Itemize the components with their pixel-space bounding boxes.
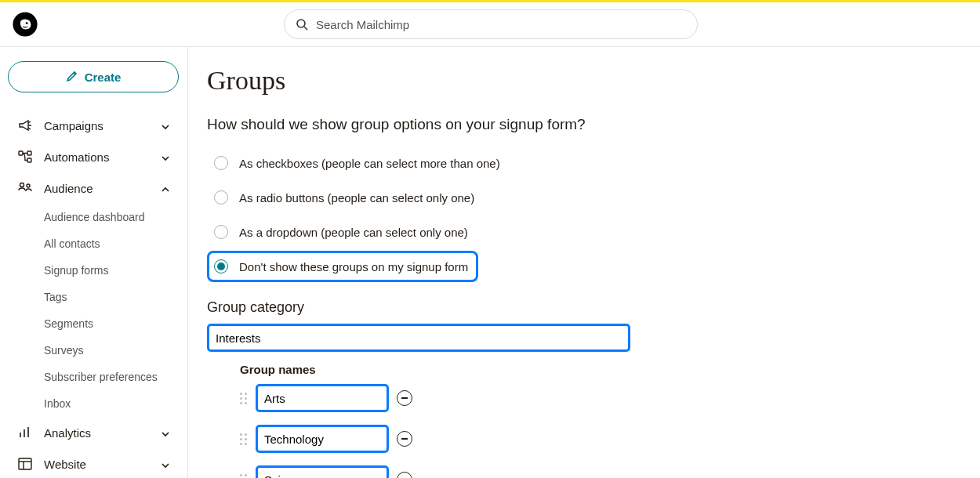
sub-item-signup-forms[interactable]: Signup forms <box>44 257 180 284</box>
layout: Create Campaigns Automations Audie <box>0 47 980 478</box>
radio-label: As checkboxes (people can select more th… <box>239 157 500 170</box>
pencil-icon <box>66 70 78 85</box>
create-label: Create <box>85 71 122 84</box>
radio-indicator <box>214 156 228 170</box>
sub-item-surveys[interactable]: Surveys <box>44 337 180 364</box>
sidebar-item-audience[interactable]: Audience <box>8 172 180 204</box>
radio-label: As a dropdown (people can select only on… <box>239 226 468 239</box>
sidebar-item-automations[interactable]: Automations <box>8 141 180 172</box>
group-name-row <box>240 425 961 453</box>
svg-point-1 <box>26 22 28 24</box>
radio-group: As checkboxes (people can select more th… <box>207 147 961 282</box>
create-button[interactable]: Create <box>8 61 179 92</box>
radio-label: Don't show these groups on my signup for… <box>239 260 468 273</box>
minus-icon <box>401 438 408 440</box>
minus-icon <box>401 397 408 399</box>
group-name-input-2[interactable] <box>256 465 389 478</box>
search-box[interactable] <box>284 9 698 39</box>
radio-label: As radio buttons (people can select only… <box>239 191 474 205</box>
sidebar-item-analytics[interactable]: Analytics <box>8 417 180 448</box>
remove-group-button[interactable] <box>397 431 412 447</box>
mailchimp-logo-icon <box>12 11 38 38</box>
svg-line-3 <box>304 27 307 30</box>
svg-point-8 <box>27 184 30 187</box>
group-name-input-1[interactable] <box>256 425 389 453</box>
chevron-down-icon <box>161 121 170 130</box>
group-name-row <box>240 384 961 412</box>
radio-option-hidden[interactable]: Don't show these groups on my signup for… <box>207 251 478 282</box>
remove-group-button[interactable] <box>397 390 412 406</box>
radio-indicator <box>214 259 228 273</box>
sub-item-dashboard[interactable]: Audience dashboard <box>44 204 180 230</box>
main-content: Groups How should we show group options … <box>188 47 980 478</box>
svg-point-7 <box>20 183 24 187</box>
svg-rect-6 <box>27 158 31 162</box>
sub-item-segments[interactable]: Segments <box>44 310 180 337</box>
svg-rect-4 <box>19 151 23 155</box>
group-names-section: Group names <box>240 363 961 478</box>
radio-option-checkboxes[interactable]: As checkboxes (people can select more th… <box>207 147 510 179</box>
group-name-row <box>240 465 961 478</box>
sub-item-tags[interactable]: Tags <box>44 284 180 310</box>
bar-chart-icon <box>17 425 33 440</box>
sub-item-inbox[interactable]: Inbox <box>44 390 180 417</box>
group-display-question: How should we show group options on your… <box>207 116 961 133</box>
chevron-up-icon <box>161 183 170 193</box>
flow-icon <box>17 149 33 165</box>
sidebar-label: Analytics <box>44 426 150 440</box>
svg-rect-5 <box>27 151 31 155</box>
search-input[interactable] <box>316 18 686 31</box>
layout-icon <box>17 456 33 472</box>
sub-item-all-contacts[interactable]: All contacts <box>44 230 180 257</box>
megaphone-icon <box>17 118 33 133</box>
audience-subnav: Audience dashboard All contacts Signup f… <box>8 204 180 417</box>
radio-dot <box>217 263 225 270</box>
group-category-input[interactable] <box>207 324 630 352</box>
search-icon <box>296 18 308 31</box>
page-title: Groups <box>207 66 961 96</box>
group-name-input-0[interactable] <box>256 384 389 412</box>
svg-point-2 <box>297 20 305 27</box>
sub-item-subscriber-prefs[interactable]: Subscriber preferences <box>44 364 180 390</box>
sidebar-label: Website <box>44 458 150 471</box>
remove-group-button[interactable] <box>397 472 412 478</box>
sidebar-item-website[interactable]: Website <box>8 448 180 478</box>
sidebar-label: Audience <box>44 182 150 195</box>
group-names-label: Group names <box>240 363 961 376</box>
people-icon <box>17 180 33 196</box>
group-category-label: Group category <box>207 299 961 316</box>
chevron-down-icon <box>161 152 170 161</box>
radio-option-radio-buttons[interactable]: As radio buttons (people can select only… <box>207 182 485 213</box>
sidebar: Create Campaigns Automations Audie <box>0 47 188 478</box>
radio-indicator <box>214 225 228 239</box>
top-header <box>0 2 980 47</box>
drag-handle-icon[interactable] <box>240 393 248 404</box>
sidebar-label: Automations <box>44 150 150 164</box>
sidebar-item-campaigns[interactable]: Campaigns <box>8 110 180 141</box>
logo[interactable] <box>9 11 41 38</box>
chevron-down-icon <box>161 459 170 469</box>
drag-handle-icon[interactable] <box>240 433 248 445</box>
radio-indicator <box>214 190 228 205</box>
chevron-down-icon <box>161 428 170 437</box>
sidebar-label: Campaigns <box>44 119 150 132</box>
svg-rect-12 <box>19 458 31 469</box>
drag-handle-icon[interactable] <box>240 474 248 479</box>
radio-option-dropdown[interactable]: As a dropdown (people can select only on… <box>207 216 478 248</box>
